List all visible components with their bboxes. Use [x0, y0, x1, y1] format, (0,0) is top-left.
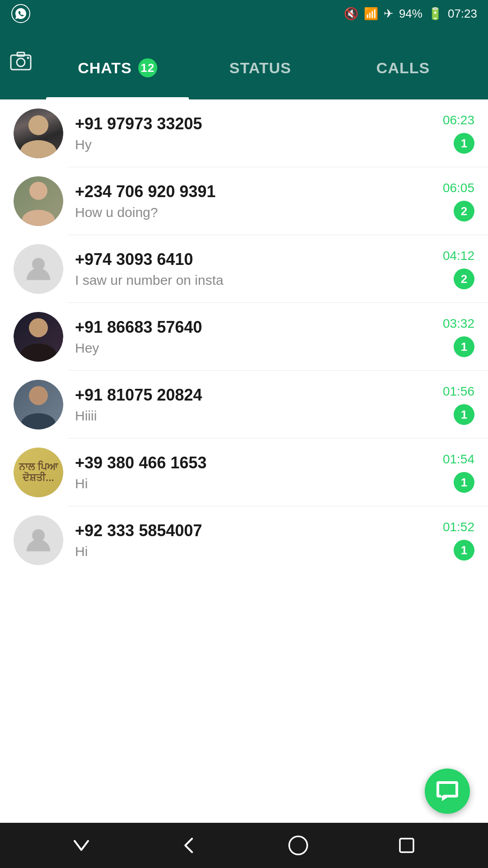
unread-badge-4: 1 — [454, 336, 474, 357]
chat-item-5[interactable]: +91 81075 20824 Hiiii 01:56 1 — [0, 371, 488, 439]
chat-preview-4: Hey — [75, 340, 436, 356]
chat-item-7[interactable]: +92 333 5854007 Hi 01:52 1 — [0, 506, 488, 574]
svg-point-4 — [27, 57, 29, 59]
chat-time-6: 01:54 — [443, 452, 474, 467]
svg-point-7 — [289, 836, 307, 854]
chat-name-1: +91 97973 33205 — [75, 114, 436, 133]
svg-point-2 — [17, 58, 25, 66]
nav-tabs: CHATS 12 STATUS CALLS — [46, 27, 474, 99]
chat-meta-6: 01:54 1 — [443, 452, 474, 493]
chat-name-5: +91 81075 20824 — [75, 386, 436, 405]
mute-icon: 🔇 — [344, 7, 358, 21]
chat-info-1: +91 97973 33205 Hy — [75, 114, 436, 152]
camera-icon[interactable] — [9, 49, 33, 78]
unread-badge-1: 1 — [454, 133, 474, 154]
unread-badge-7: 1 — [454, 540, 474, 561]
avatar-3 — [14, 244, 63, 294]
chats-badge: 12 — [138, 58, 157, 77]
home-icon — [287, 834, 310, 857]
chat-name-3: +974 3093 6410 — [75, 250, 436, 269]
chat-meta-2: 06:05 2 — [443, 181, 474, 222]
avatar-7 — [14, 515, 63, 565]
chat-list: +91 97973 33205 Hy 06:23 1 +234 706 920 … — [0, 99, 488, 823]
recents-icon — [395, 834, 418, 857]
chevron-down-icon — [70, 834, 93, 857]
avatar-6: ਨਾਲ ਪਿਆ ਦੋਸ਼ਤੀ... — [14, 448, 63, 497]
tab-status[interactable]: STATUS — [189, 27, 332, 99]
chat-item-3[interactable]: +974 3093 6410 I saw ur number on insta … — [0, 235, 488, 303]
chat-info-7: +92 333 5854007 Hi — [75, 521, 436, 559]
back-icon — [178, 834, 201, 857]
chat-name-6: +39 380 466 1653 — [75, 453, 436, 472]
avatar-5 — [14, 380, 63, 429]
chat-name-7: +92 333 5854007 — [75, 521, 436, 540]
person-placeholder-icon — [23, 253, 54, 285]
avatar-1 — [14, 108, 63, 158]
chat-meta-4: 03:32 1 — [443, 316, 474, 357]
status-bar-right: 🔇 📶 ✈ 94% 🔋 07:23 — [344, 7, 477, 21]
unread-badge-3: 2 — [454, 269, 474, 289]
chat-preview-2: How u doing? — [75, 205, 436, 220]
chat-info-5: +91 81075 20824 Hiiii — [75, 386, 436, 424]
tab-chats-label: CHATS — [78, 59, 132, 77]
airplane-icon: ✈ — [384, 7, 394, 21]
chat-info-4: +91 86683 57640 Hey — [75, 318, 436, 356]
bottom-navigation — [0, 823, 488, 868]
chat-time-2: 06:05 — [443, 181, 474, 195]
svg-rect-8 — [400, 839, 413, 852]
whatsapp-logo-icon — [11, 4, 31, 24]
chat-info-2: +234 706 920 9391 How u doing? — [75, 182, 436, 220]
chat-meta-7: 01:52 1 — [443, 520, 474, 561]
chat-preview-1: Hy — [75, 137, 436, 152]
chat-meta-5: 01:56 1 — [443, 384, 474, 425]
time-display: 07:23 — [448, 7, 477, 21]
status-bar-left — [11, 4, 31, 24]
chat-item-1[interactable]: +91 97973 33205 Hy 06:23 1 — [0, 99, 488, 167]
chat-meta-1: 06:23 1 — [443, 113, 474, 154]
svg-rect-3 — [17, 52, 24, 56]
nav-dropdown-btn[interactable] — [63, 827, 99, 863]
chat-time-1: 06:23 — [443, 113, 474, 127]
unread-badge-5: 1 — [454, 404, 474, 425]
avatar-text-6: ਨਾਲ ਪਿਆ ਦੋਸ਼ਤੀ... — [14, 448, 63, 497]
chat-time-3: 04:12 — [443, 249, 474, 263]
new-chat-fab[interactable] — [425, 769, 470, 814]
avatar-4 — [14, 312, 63, 362]
unread-badge-6: 1 — [454, 472, 474, 493]
tab-calls[interactable]: CALLS — [332, 27, 474, 99]
person-placeholder-icon-2 — [23, 524, 54, 556]
chat-name-4: +91 86683 57640 — [75, 318, 436, 337]
chat-item-4[interactable]: +91 86683 57640 Hey 03:32 1 — [0, 303, 488, 371]
chat-info-3: +974 3093 6410 I saw ur number on insta — [75, 250, 436, 288]
nav-recents-btn[interactable] — [389, 827, 425, 863]
chat-icon — [436, 779, 459, 803]
battery-text: 94% — [399, 7, 422, 21]
wifi-icon: 📶 — [364, 7, 378, 21]
tab-calls-label: CALLS — [376, 59, 430, 77]
avatar-2 — [14, 176, 63, 226]
tab-status-label: STATUS — [230, 59, 291, 77]
chat-preview-5: Hiiii — [75, 408, 436, 424]
chat-meta-3: 04:12 2 — [443, 249, 474, 289]
chat-time-5: 01:56 — [443, 384, 474, 399]
chat-preview-6: Hi — [75, 476, 436, 491]
unread-badge-2: 2 — [454, 201, 474, 222]
chat-info-6: +39 380 466 1653 Hi — [75, 453, 436, 491]
chat-item-2[interactable]: +234 706 920 9391 How u doing? 06:05 2 — [0, 167, 488, 235]
chat-time-7: 01:52 — [443, 520, 474, 534]
chat-name-2: +234 706 920 9391 — [75, 182, 436, 201]
chat-preview-7: Hi — [75, 544, 436, 559]
nav-home-btn[interactable] — [280, 827, 316, 863]
chat-item-6[interactable]: ਨਾਲ ਪਿਆ ਦੋਸ਼ਤੀ... +39 380 466 1653 Hi 01… — [0, 439, 488, 506]
status-bar: 🔇 📶 ✈ 94% 🔋 07:23 — [0, 0, 488, 27]
chat-preview-3: I saw ur number on insta — [75, 273, 436, 288]
nav-back-btn[interactable] — [172, 827, 208, 863]
app-header: CHATS 12 STATUS CALLS — [0, 27, 488, 99]
chat-time-4: 03:32 — [443, 316, 474, 331]
battery-icon: 🔋 — [428, 7, 442, 21]
tab-chats[interactable]: CHATS 12 — [46, 27, 189, 99]
